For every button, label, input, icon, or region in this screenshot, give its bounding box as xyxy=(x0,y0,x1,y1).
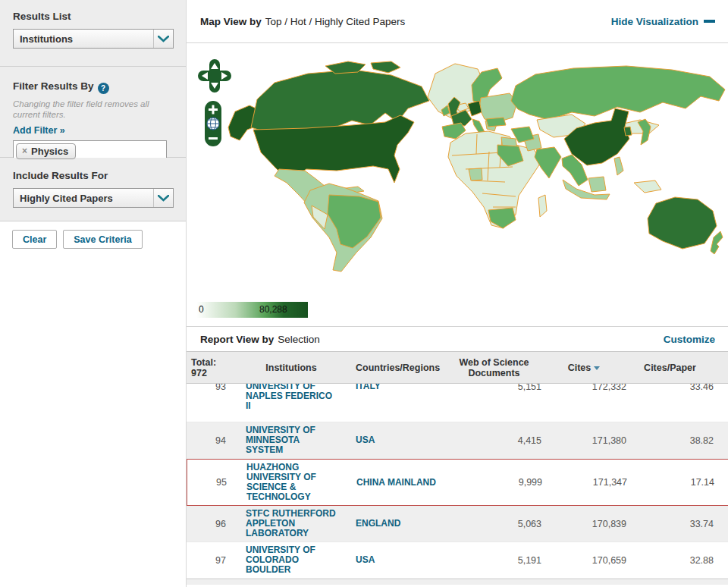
map-view-title: Map View byTop / Hot / Highly Cited Pape… xyxy=(200,16,405,27)
column-header-cites-per-paper[interactable]: Cites/Paper xyxy=(626,363,714,373)
chevron-down-icon[interactable] xyxy=(153,189,173,207)
results-list-selected-value: Institutions xyxy=(14,33,153,45)
table-row[interactable]: 94 UNIVERSITY OF MINNESOTA SYSTEM USA 4,… xyxy=(187,422,728,459)
row-rank: 93 xyxy=(187,384,232,392)
column-header-countries[interactable]: Countries/Regions xyxy=(356,363,439,373)
map-pan-control[interactable] xyxy=(197,58,232,93)
map-region-india[interactable] xyxy=(535,147,561,178)
row-rank: 97 xyxy=(187,555,232,566)
row-country-link[interactable]: USA xyxy=(356,555,439,565)
include-results-section: Include Results For Highly Cited Papers xyxy=(0,158,186,221)
main-content: Map View byTop / Hot / Highly Cited Pape… xyxy=(186,0,728,587)
include-results-heading: Include Results For xyxy=(13,170,174,181)
row-institution-link[interactable]: HUAZHONG UNIVERSITY OF SCIENCE & TECHNOL… xyxy=(246,463,337,502)
row-rank: 95 xyxy=(187,477,233,488)
hide-visualization-link[interactable]: Hide Visualization xyxy=(611,16,698,27)
map-region-new-zealand[interactable] xyxy=(711,231,723,254)
row-cites: 171,380 xyxy=(541,435,626,446)
row-institution-link[interactable]: STFC RUTHERFORD APPLETON LABORATORY xyxy=(246,509,337,538)
legend-min-value: 0 xyxy=(199,304,204,315)
table-row[interactable]: 95 HUAZHONG UNIVERSITY OF SCIENCE & TECH… xyxy=(187,459,728,506)
add-filter-link[interactable]: Add Filter » xyxy=(13,125,65,136)
row-cites-per-paper: 32.88 xyxy=(626,555,714,566)
map-section: 0 80,288 xyxy=(187,43,728,326)
row-documents: 5,063 xyxy=(447,519,541,529)
row-cites-per-paper: 17.14 xyxy=(627,477,714,488)
map-region-arctic-island[interactable] xyxy=(371,61,400,73)
row-cites: 170,659 xyxy=(541,555,626,566)
column-header-documents[interactable]: Web of Science Documents xyxy=(447,357,541,378)
customize-link[interactable]: Customize xyxy=(664,334,715,345)
minus-icon[interactable] xyxy=(704,20,715,23)
map-region-korea[interactable] xyxy=(624,127,632,136)
map-region-new-guinea[interactable] xyxy=(634,180,661,193)
row-documents: 5,191 xyxy=(447,555,541,566)
row-country-link[interactable]: ENGLAND xyxy=(356,519,439,529)
filter-section: Filter Results By? Changing the filter f… xyxy=(0,67,186,158)
sort-descending-icon[interactable] xyxy=(594,366,600,370)
row-institution-link[interactable]: UNIVERSITY OF NAPLES FEDERICO II xyxy=(246,384,337,411)
chevron-down-icon[interactable] xyxy=(153,30,173,48)
report-table-header: Total: 972 Institutions Countries/Region… xyxy=(187,351,728,384)
row-rank: 96 xyxy=(187,519,232,529)
row-documents: 4,415 xyxy=(447,435,541,446)
table-row[interactable]: 96 STFC RUTHERFORD APPLETON LABORATORY E… xyxy=(187,506,728,542)
page: Results List Institutions Filter Results… xyxy=(0,0,728,587)
row-cites: 172,332 xyxy=(541,384,626,392)
row-country-link[interactable]: USA xyxy=(356,435,439,445)
row-cites: 170,839 xyxy=(541,519,626,529)
help-icon[interactable]: ? xyxy=(98,83,109,94)
map-region-borneo[interactable] xyxy=(588,177,606,192)
include-results-selected-value: Highly Cited Papers xyxy=(14,193,153,204)
map-region-philippines[interactable] xyxy=(614,157,623,175)
map-region-madagascar[interactable] xyxy=(538,195,547,217)
filter-tag-physics[interactable]: × Physics xyxy=(16,143,76,159)
filter-heading: Filter Results By xyxy=(13,80,94,92)
save-criteria-button[interactable]: Save Criteria xyxy=(63,230,142,249)
remove-filter-icon[interactable]: × xyxy=(22,146,27,156)
total-value: 972 xyxy=(191,368,232,378)
report-view-title-text: Selection xyxy=(278,334,320,345)
legend-max-value: 80,288 xyxy=(259,304,287,315)
report-view-title-prefix: Report View by xyxy=(200,334,274,345)
column-header-cites[interactable]: Cites xyxy=(541,363,626,373)
zoom-out-icon xyxy=(209,137,218,140)
report-table-body: 93 UNIVERSITY OF NAPLES FEDERICO II ITAL… xyxy=(187,384,728,579)
filter-note: Changing the filter field removes all cu… xyxy=(13,99,161,120)
map-region-turkey[interactable] xyxy=(486,118,506,127)
row-institution-link[interactable]: UNIVERSITY OF COLORADO BOULDER xyxy=(246,545,337,575)
results-list-heading: Results List xyxy=(13,11,174,22)
row-cites-per-paper: 33.74 xyxy=(626,519,714,529)
map-view-title-prefix: Map View by xyxy=(200,16,262,27)
next-row-partial xyxy=(187,579,728,585)
map-view-title-text: Top / Hot / Highly Cited Papers xyxy=(265,16,406,27)
row-cites-per-paper: 33.46 xyxy=(626,384,714,392)
row-documents: 9,999 xyxy=(447,477,542,488)
include-results-dropdown[interactable]: Highly Cited Papers xyxy=(13,188,174,208)
table-row[interactable]: 97 UNIVERSITY OF COLORADO BOULDER USA 5,… xyxy=(187,542,728,579)
filter-tag-label: Physics xyxy=(31,146,68,157)
report-view-title: Report View bySelection xyxy=(200,334,320,345)
map-view-header: Map View byTop / Hot / Highly Cited Pape… xyxy=(187,0,728,43)
map-region-germany[interactable] xyxy=(468,101,482,116)
row-rank: 94 xyxy=(187,435,232,446)
clear-button[interactable]: Clear xyxy=(12,230,57,249)
row-country-link[interactable]: CHINA MAINLAND xyxy=(356,478,440,488)
map-region-nigeria[interactable] xyxy=(469,168,482,180)
row-cites-per-paper: 38.82 xyxy=(626,435,714,446)
world-map[interactable] xyxy=(215,55,727,275)
total-count: Total: 972 xyxy=(187,357,232,378)
row-institution-link[interactable]: UNIVERSITY OF MINNESOTA SYSTEM xyxy=(246,425,337,455)
hide-visualization-control[interactable]: Hide Visualization xyxy=(611,16,715,27)
table-row[interactable]: 93 UNIVERSITY OF NAPLES FEDERICO II ITAL… xyxy=(187,384,728,422)
map-legend: 0 80,288 xyxy=(196,302,308,318)
globe-icon xyxy=(207,118,219,130)
column-header-institutions[interactable]: Institutions xyxy=(246,363,337,373)
results-list-dropdown[interactable]: Institutions xyxy=(13,29,174,49)
map-region-australia[interactable] xyxy=(648,197,717,249)
row-country-link[interactable]: ITALY xyxy=(356,384,439,391)
sidebar: Results List Institutions Filter Results… xyxy=(0,0,186,587)
sidebar-buttons: Clear Save Criteria xyxy=(0,221,186,249)
map-zoom-control[interactable] xyxy=(205,101,221,146)
row-cites: 171,347 xyxy=(542,477,627,488)
